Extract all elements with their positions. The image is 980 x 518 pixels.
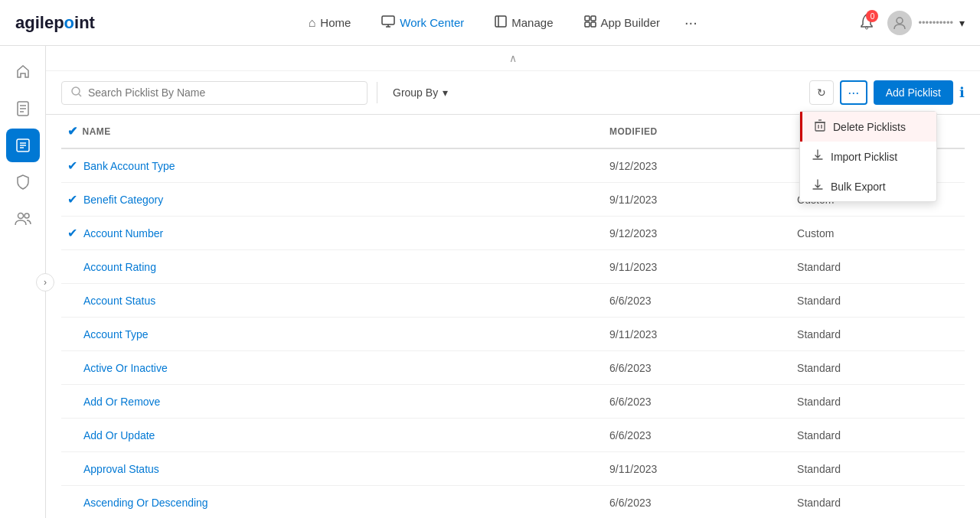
row-name-link[interactable]: Ascending Or Descending	[83, 497, 208, 509]
dropdown-item-delete[interactable]: Delete Picklists	[800, 112, 936, 142]
table-cell-modified: 6/6/2023	[603, 419, 791, 452]
search-box	[61, 81, 368, 105]
svg-point-21	[72, 87, 80, 95]
table-cell-type: Standard	[791, 452, 965, 486]
row-check-icon: ✔	[67, 259, 77, 274]
table-row: ✔ Active Or Inactive 6/6/2023Standard	[61, 351, 965, 385]
sidebar-expand-button[interactable]: ›	[36, 273, 54, 292]
table-row: ✔ Add Or Remove 6/6/2023Standard	[61, 385, 965, 419]
row-name-link[interactable]: Account Number	[83, 227, 163, 239]
group-by-label: Group By	[393, 86, 438, 99]
table-row: ✔ Account Number 9/12/2023Custom	[61, 217, 965, 250]
dropdown-import-label: Import Picklist	[831, 151, 897, 163]
logo: agilepoint	[15, 13, 95, 33]
table-cell-name: ✔ Add Or Update	[61, 419, 603, 452]
svg-point-19	[18, 213, 23, 219]
table-cell-name: ✔ Account Status	[61, 284, 603, 318]
row-check-icon: ✔	[67, 327, 77, 341]
header-check-icon: ✔	[67, 124, 78, 138]
table-cell-type: Standard	[791, 385, 965, 419]
top-nav: agilepoint ⌂ Home Work Center	[0, 0, 980, 46]
table-row: ✔ Add Or Update 6/6/2023Standard	[61, 419, 965, 452]
svg-line-22	[79, 94, 81, 96]
table-cell-modified: 9/12/2023	[603, 148, 791, 183]
table-cell-modified: 6/6/2023	[603, 284, 791, 318]
search-input[interactable]	[88, 86, 358, 99]
add-picklist-button[interactable]: Add Picklist	[874, 80, 953, 105]
table-cell-type: Standard	[791, 419, 965, 452]
search-icon	[71, 86, 82, 99]
nav-appbuilder-label: App Builder	[601, 16, 661, 29]
table-cell-modified: 6/6/2023	[603, 385, 791, 419]
collapse-button[interactable]: ∧	[509, 52, 517, 64]
table-cell-modified: 9/11/2023	[603, 452, 791, 486]
svg-rect-23	[815, 122, 825, 131]
chevron-right-icon: ›	[44, 277, 47, 288]
table-cell-modified: 9/11/2023	[603, 318, 791, 351]
row-name-link[interactable]: Add Or Remove	[83, 396, 160, 408]
row-name-link[interactable]: Account Rating	[83, 261, 156, 273]
notification-button[interactable]: 0	[858, 13, 875, 32]
table-cell-modified: 9/12/2023	[603, 217, 791, 250]
row-name-link[interactable]: Account Status	[83, 295, 155, 307]
chevron-down-icon: ▾	[443, 86, 448, 99]
table-cell-name: ✔ Benefit Category	[61, 183, 603, 217]
nav-more-icon[interactable]: ···	[678, 11, 704, 34]
nav-item-appbuilder[interactable]: App Builder	[572, 9, 673, 37]
nav-item-manage[interactable]: Manage	[482, 9, 565, 37]
table-cell-type: Custom	[791, 217, 965, 250]
row-name-link[interactable]: Account Type	[83, 328, 149, 340]
svg-point-20	[24, 213, 29, 218]
row-name-link[interactable]: Bank Account Type	[83, 160, 175, 172]
notification-badge: 0	[866, 10, 878, 22]
more-options-button[interactable]: ···	[840, 80, 867, 105]
toolbar: Group By ▾ ↻ ··· Add Picklist ℹ	[46, 71, 980, 115]
table-row: ✔ Account Status 6/6/2023Standard	[61, 284, 965, 318]
col-modified-header: MODIFIED	[603, 115, 791, 148]
monitor-icon	[381, 15, 395, 31]
row-name-link[interactable]: Add Or Update	[83, 429, 155, 441]
nav-right: 0 •••••••••• ▾	[858, 11, 965, 35]
group-by-button[interactable]: Group By ▾	[387, 83, 454, 102]
table-cell-modified: 6/6/2023	[603, 486, 791, 519]
row-check-icon: ✔	[67, 226, 77, 240]
sidebar-item-shield[interactable]	[6, 165, 40, 199]
ellipsis-icon: ···	[848, 85, 859, 101]
table-cell-name: ✔ Add Or Remove	[61, 385, 603, 419]
toolbar-right: ↻ ··· Add Picklist ℹ	[809, 80, 965, 105]
col-name-label: NAME	[83, 126, 111, 137]
user-area[interactable]: •••••••••• ▾	[887, 11, 965, 35]
info-icon[interactable]: ℹ	[959, 84, 965, 101]
table-cell-name: ✔ Account Type	[61, 318, 603, 351]
sidebar-item-home[interactable]	[6, 55, 40, 89]
trash-icon	[815, 119, 825, 134]
row-check-icon: ✔	[67, 158, 77, 173]
table-cell-type: Standard	[791, 318, 965, 351]
col-modified-label: MODIFIED	[609, 126, 658, 137]
appbuilder-icon	[584, 15, 596, 31]
collapse-bar: ∧	[46, 46, 980, 71]
dropdown-item-export[interactable]: Bulk Export	[800, 171, 936, 201]
table-cell-type: Standard	[791, 250, 965, 284]
sidebar-item-picklist[interactable]	[6, 129, 40, 162]
main-content: ∧ Group By ▾ ↻	[46, 46, 980, 518]
sidebar-item-docs[interactable]	[6, 92, 40, 125]
table-row: ✔ Ascending Or Descending 6/6/2023Standa…	[61, 486, 965, 519]
row-name-link[interactable]: Approval Status	[83, 463, 159, 475]
dropdown-item-import[interactable]: Import Picklist	[800, 142, 936, 171]
table-cell-type: Standard	[791, 486, 965, 519]
row-name-link[interactable]: Benefit Category	[83, 194, 163, 206]
refresh-icon: ↻	[817, 86, 826, 99]
table-cell-name: ✔ Ascending Or Descending	[61, 486, 603, 519]
nav-workcenter-label: Work Center	[400, 16, 464, 29]
import-icon	[812, 149, 823, 164]
nav-item-home[interactable]: ⌂ Home	[296, 10, 364, 36]
refresh-button[interactable]: ↻	[809, 80, 834, 105]
row-check-icon: ✔	[67, 293, 77, 308]
sidebar-item-users[interactable]	[6, 202, 40, 236]
table-cell-name: ✔ Account Number	[61, 217, 603, 250]
svg-rect-7	[585, 22, 590, 27]
nav-item-workcenter[interactable]: Work Center	[369, 9, 476, 37]
svg-rect-5	[585, 16, 590, 21]
row-name-link[interactable]: Active Or Inactive	[83, 362, 168, 374]
